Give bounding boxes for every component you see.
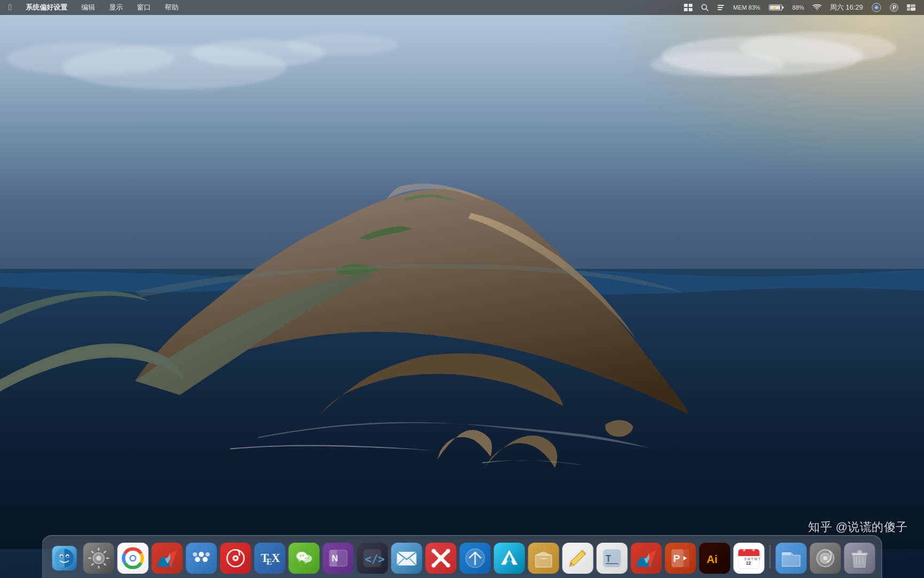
desktop: 知乎 @说谎的傻子 xyxy=(0,0,924,578)
svg-text:⚡: ⚡ xyxy=(772,5,777,11)
dock-pencil[interactable] xyxy=(563,543,594,574)
apple-menu[interactable]:  xyxy=(6,2,14,13)
wifi-icon[interactable] xyxy=(811,4,823,11)
svg-point-4 xyxy=(650,52,784,77)
dock-app-store[interactable] xyxy=(494,543,525,574)
svg-line-48 xyxy=(104,551,105,552)
dock-citrix[interactable] xyxy=(186,543,217,574)
svg-rect-13 xyxy=(689,8,692,11)
dock-finder[interactable] xyxy=(49,543,80,574)
dock-powerpoint[interactable]: P xyxy=(665,543,696,574)
dock-trash[interactable] xyxy=(844,543,875,574)
memory-status[interactable]: MEM 83% xyxy=(731,3,763,12)
svg-point-69 xyxy=(303,555,304,556)
svg-point-57 xyxy=(193,552,197,557)
svg-point-78 xyxy=(438,555,444,561)
dock-netease-music[interactable] xyxy=(220,543,251,574)
dock-archive[interactable] xyxy=(528,543,559,574)
svg-point-53 xyxy=(131,556,135,560)
svg-point-37 xyxy=(66,556,68,558)
svg-rect-31 xyxy=(911,7,915,11)
dock-system-preferences[interactable] xyxy=(83,543,114,574)
svg-line-46 xyxy=(92,551,93,552)
dock-mail[interactable] xyxy=(391,543,422,574)
svg-line-107 xyxy=(856,557,857,565)
dock-illustrator[interactable]: Ai xyxy=(699,543,730,574)
app-name[interactable]: 系统偏好设置 xyxy=(24,2,70,13)
svg-text:N: N xyxy=(332,554,338,563)
svg-line-15 xyxy=(706,9,709,11)
svg-point-25 xyxy=(875,6,878,9)
svg-point-39 xyxy=(66,556,67,557)
dock-onenote[interactable]: N xyxy=(323,543,354,574)
svg-rect-20 xyxy=(782,6,784,9)
svg-point-54 xyxy=(199,552,204,557)
battery-percent: 88% xyxy=(790,3,806,12)
dock-matlab[interactable] xyxy=(152,543,183,574)
dock-tex[interactable]: T E X xyxy=(255,543,286,574)
svg-point-81 xyxy=(432,564,436,568)
svg-point-41 xyxy=(96,556,102,561)
menu-help[interactable]: 帮助 xyxy=(163,2,181,13)
mission-control-icon[interactable] xyxy=(682,3,695,12)
dock-files[interactable] xyxy=(776,543,807,574)
svg-text:P: P xyxy=(893,5,897,11)
svg-rect-30 xyxy=(911,4,915,7)
svg-rect-29 xyxy=(907,8,910,11)
svg-point-82 xyxy=(446,564,450,568)
svg-rect-86 xyxy=(535,555,551,567)
svg-point-38 xyxy=(60,556,61,557)
dock-xmind[interactable] xyxy=(426,543,457,574)
svg-text:X: X xyxy=(272,551,280,565)
svg-point-80 xyxy=(446,549,450,553)
dock-chrome[interactable] xyxy=(118,543,149,574)
dock-dash[interactable]: </> xyxy=(357,543,388,574)
island-illustration xyxy=(0,0,924,549)
svg-rect-10 xyxy=(684,4,688,7)
spotlight-icon[interactable] xyxy=(699,3,711,12)
svg-point-99 xyxy=(752,549,755,552)
svg-text:P: P xyxy=(673,553,680,564)
dock-calendar[interactable]: S M T W T F S 12 xyxy=(734,543,765,574)
svg-point-68 xyxy=(300,555,301,556)
svg-text:T: T xyxy=(606,553,612,564)
dock-matlab2[interactable] xyxy=(631,543,662,574)
svg-point-55 xyxy=(195,557,201,562)
svg-rect-12 xyxy=(684,8,688,11)
dock-teamviewer[interactable] xyxy=(460,543,491,574)
svg-rect-18 xyxy=(718,9,722,10)
svg-point-70 xyxy=(305,558,306,559)
svg-point-104 xyxy=(823,556,828,560)
menubar-left:  系统偏好设置 编辑 显示 窗口 帮助 xyxy=(6,2,181,13)
svg-line-49 xyxy=(92,564,93,565)
dock: T E X N </> xyxy=(42,535,882,578)
menubar:  系统偏好设置 编辑 显示 窗口 帮助 xyxy=(0,0,924,15)
dock-disk-utility[interactable] xyxy=(810,543,841,574)
parking-icon[interactable]: P xyxy=(888,3,900,12)
dock-wechat[interactable] xyxy=(289,543,320,574)
svg-point-36 xyxy=(60,556,63,558)
dock-separator xyxy=(770,545,771,569)
svg-text:12: 12 xyxy=(746,560,751,566)
battery-icon[interactable]: ⚡ xyxy=(767,3,786,12)
svg-line-47 xyxy=(104,564,105,565)
siri-icon[interactable] xyxy=(869,2,883,13)
menu-view[interactable]: 显示 xyxy=(107,2,125,13)
svg-line-109 xyxy=(863,557,863,565)
svg-rect-16 xyxy=(718,5,724,6)
svg-point-61 xyxy=(234,557,237,560)
datetime[interactable]: 周六 16:29 xyxy=(828,2,865,13)
menu-window[interactable]: 窗口 xyxy=(135,2,153,13)
svg-rect-11 xyxy=(689,4,692,7)
svg-point-56 xyxy=(203,557,208,562)
svg-rect-106 xyxy=(858,551,862,553)
menu-edit[interactable]: 编辑 xyxy=(79,2,97,13)
notification-icon[interactable] xyxy=(715,3,727,12)
dock-typora[interactable]: T xyxy=(597,543,628,574)
svg-point-58 xyxy=(205,552,210,557)
svg-rect-97 xyxy=(738,553,760,556)
svg-rect-28 xyxy=(907,4,910,7)
svg-rect-17 xyxy=(718,7,723,8)
menu-extras-icon[interactable] xyxy=(905,4,918,11)
watermark: 知乎 @说谎的傻子 xyxy=(808,519,908,535)
